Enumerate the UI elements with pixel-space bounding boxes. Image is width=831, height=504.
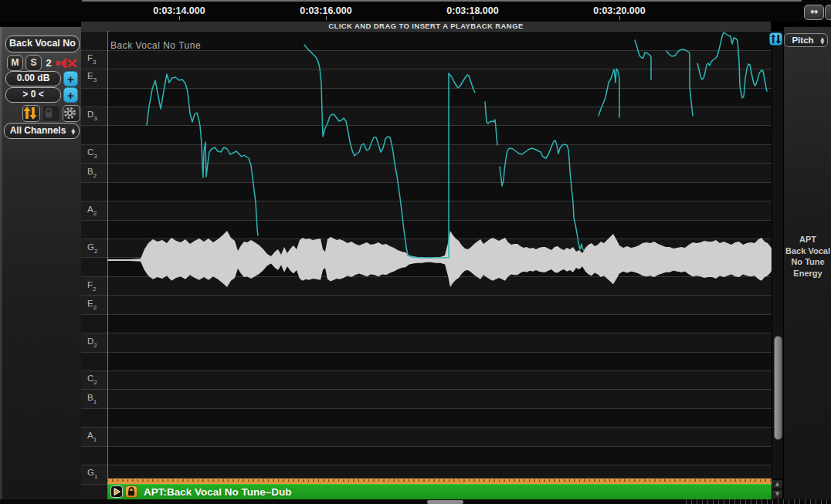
grid-line [81,107,107,107]
grid-line [81,389,107,390]
grid-line [81,88,107,89]
gain-button[interactable]: 0.00 dB [5,71,61,86]
note-label: C2 [87,374,97,385]
track-control-panel: Back Vocal No M S 2 0.00 dB + > 0 < + [0,27,81,499]
vertical-zoom-button[interactable]: ↕ [825,5,831,20]
note-label: A2 [87,205,97,216]
note-label: D2 [87,337,97,348]
dropdown-stepper-icon: ▲▼ [820,37,824,44]
grid-line [81,314,107,315]
signal-info-label: APTBack VocalNo TuneEnergy [784,234,831,279]
output-track-bar[interactable]: APT:Back Vocal No Tune–Dub [107,484,772,500]
scroll-up-button[interactable]: ▲ [772,479,783,489]
view-mode-label: Pitch [792,36,813,45]
semitone-row [81,31,107,49]
note-label: B1 [87,393,97,404]
note-label: D3 [87,110,97,121]
grid-line [81,446,107,447]
grid-line [81,333,107,333]
pitch-trace[interactable] [147,32,767,258]
note-label: G2 [87,242,97,254]
grid-line [81,144,107,145]
semitone-row [81,182,107,201]
track-lock-icon[interactable] [125,485,137,498]
waveform-shape [107,231,772,287]
audio-display-layer [107,31,772,479]
gain-add-button[interactable]: + [63,71,78,86]
scroll-down-button[interactable]: ▼ [772,489,783,499]
semitone-row [81,446,107,465]
dropdown-stepper-icon: ▲▼ [71,127,75,134]
bottom-tick-marks [686,499,831,504]
grid-line [81,484,107,485]
grid-line [81,69,107,69]
timeline-tick [619,16,620,20]
timeline-tick [473,16,473,20]
channel-count: 2 [43,55,54,71]
timeline-top-border [82,0,802,2]
solo-button[interactable]: S [25,55,42,71]
semitone-row [81,257,107,276]
grid-line [81,31,107,32]
view-mode-dropdown[interactable]: Pitch ▲▼ [784,33,828,47]
note-label: B2 [87,167,97,178]
semitone-row [81,314,107,333]
grid-line [81,295,107,296]
app-window: 0:03:14.0000:03:16.0000:03:18.0000:03:20… [0,0,831,504]
gear-icon[interactable] [63,105,80,122]
range-add-button[interactable]: + [63,87,78,103]
signal-info-panel: APTBack VocalNo TuneEnergy [783,27,831,499]
grid-line [81,465,107,465]
grid-line [81,352,107,353]
lock-button[interactable] [42,105,60,122]
semitone-row [81,88,107,107]
semitone-row [81,352,107,370]
mute-button[interactable]: M [7,55,23,71]
note-label: F2 [87,280,96,292]
process-block-strip[interactable] [107,479,772,484]
semitone-row [81,408,107,427]
timeline-tick [179,16,180,20]
vertical-scrollbar[interactable] [772,31,783,479]
horizontal-scrollbar-thumb[interactable] [427,500,463,504]
muted-speaker-icon[interactable] [56,56,79,71]
semitone-row [81,125,107,144]
timeline-timestamp: 0:03:16.000 [300,5,351,16]
grid-line [81,370,107,371]
pitch-range-button[interactable]: > 0 < [5,87,61,103]
vertical-scrollbar-thumb[interactable] [774,336,782,440]
grid-line [81,50,107,51]
grid-line [81,182,107,183]
semitone-row [81,220,107,238]
sort-arrows-button[interactable] [22,105,40,122]
grid-line [81,125,107,126]
timeline-timestamp: 0:03:18.000 [446,5,498,16]
grid-line [81,276,107,277]
note-label: C3 [87,147,97,159]
output-track-label: APT:Back Vocal No Tune–Dub [144,484,292,500]
play-button[interactable] [110,485,123,498]
grid-line [81,201,107,201]
timeline-tick [326,16,327,20]
note-label: F3 [87,53,96,65]
pitch-tools-button[interactable] [769,32,782,46]
horizontal-zoom-button[interactable]: ↔ [804,5,824,20]
grid-line [81,238,107,239]
grid-line [81,408,107,409]
timeline-timestamp: 0:03:20.000 [593,5,645,16]
note-label: A1 [87,431,97,442]
track-name-button[interactable]: Back Vocal No [5,36,80,52]
timeline-ruler[interactable]: 0:03:14.0000:03:16.0000:03:18.0000:03:20… [0,0,831,22]
note-label: G1 [87,468,97,479]
note-label: E2 [87,299,97,310]
playback-range-bar[interactable]: CLICK AND DRAG TO INSERT A PLAYBACK RANG… [81,22,771,31]
grid-line [81,220,107,221]
channel-selector-dropdown[interactable]: All Channels ▲▼ [4,123,80,139]
bottom-scroll-strip [0,499,831,504]
grid-line [81,427,107,428]
grid-line [81,257,107,258]
note-label: E3 [87,71,97,83]
grid-line [81,163,107,164]
timeline-timestamp: 0:03:14.000 [153,5,205,16]
channel-selector-label: All Channels [10,125,66,136]
